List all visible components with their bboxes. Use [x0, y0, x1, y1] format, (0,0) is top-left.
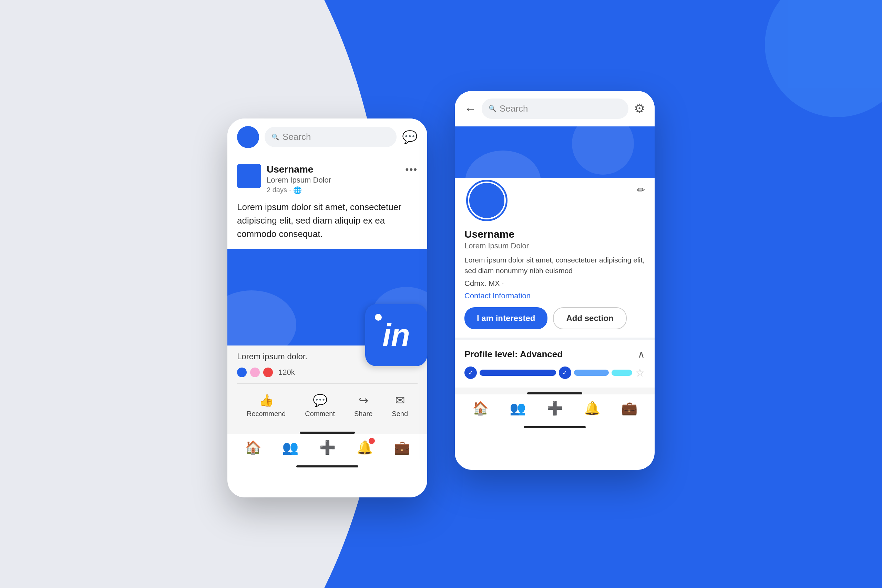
nav-jobs[interactable]: 💼: [394, 440, 410, 455]
notification-badge: [369, 438, 375, 444]
profile-search-bar[interactable]: 🔍 Search: [482, 99, 628, 119]
profile-nav-home[interactable]: 🏠: [472, 400, 489, 416]
profile-avatar-ring: [468, 182, 506, 219]
linkedin-logo: in: [365, 304, 427, 366]
phone-left: 🔍 Search 💬 Username Lorem Ipsum Dolor 2 …: [227, 118, 427, 497]
profile-home-icon: 🏠: [472, 400, 489, 416]
profile-nav-jobs[interactable]: 💼: [621, 400, 638, 416]
user-avatar[interactable]: [237, 126, 259, 148]
back-arrow-icon[interactable]: ←: [464, 102, 476, 116]
send-label: Send: [392, 410, 408, 418]
profile-search-icon: 🔍: [489, 105, 496, 112]
profile-level-title: Profile level: Advanced: [464, 349, 562, 360]
nav-add[interactable]: ➕: [320, 440, 336, 455]
post-text: Lorem ipsum dolor sit amet, consectetuer…: [237, 201, 418, 241]
profile-bio: Lorem ipsum dolor sit amet, consectetuer…: [464, 255, 645, 276]
reaction-count: 120k: [278, 368, 295, 377]
add-section-button[interactable]: Add section: [553, 307, 626, 329]
nav-network[interactable]: 👥: [282, 440, 298, 455]
profile-subtitle: Lorem Ipsum Dolor: [464, 242, 645, 250]
reaction-dot-red: [263, 368, 273, 377]
progress-check-2: ✓: [559, 366, 571, 379]
bottom-home-indicator: [296, 465, 358, 468]
search-icon: 🔍: [272, 133, 279, 141]
progress-bar: ✓ ✓ ☆: [464, 366, 645, 379]
interested-button[interactable]: I am interested: [464, 307, 548, 329]
profile-add-icon: ➕: [547, 400, 563, 416]
phone-right: ← 🔍 Search ⚙ ✏ Username Lorem Ipsum Dolo…: [455, 91, 655, 470]
settings-gear-icon[interactable]: ⚙: [634, 101, 645, 116]
feed-search-bar[interactable]: 🔍 Search: [265, 127, 396, 147]
bg-blob-top-right: [765, 0, 882, 117]
share-label: Share: [354, 410, 372, 418]
post-card: Username Lorem Ipsum Dolor 2 days · 🌐 ••…: [227, 156, 427, 249]
post-image-wrapper: in: [227, 249, 427, 345]
profile-level-header: Profile level: Advanced ∧: [464, 349, 645, 360]
post-avatar: [237, 164, 261, 188]
contact-info-link[interactable]: Contact Information: [464, 291, 645, 300]
progress-star-icon: ☆: [635, 366, 645, 379]
profile-nav-network[interactable]: 👥: [510, 400, 526, 416]
profile-avatar-wrapper: ✏: [464, 178, 645, 223]
action-buttons: 👍 Recommend 💬 Comment ↪ Share ✉ Send: [237, 391, 418, 421]
more-options-icon[interactable]: •••: [405, 164, 418, 175]
profile-nav-add[interactable]: ➕: [547, 400, 563, 416]
linkedin-in-text: in: [382, 320, 410, 351]
section-divider: [455, 338, 655, 340]
message-icon[interactable]: 💬: [402, 130, 418, 144]
feed-bottom-nav: 🏠 👥 ➕ 🔔 💼: [227, 434, 427, 459]
profile-jobs-icon: 💼: [621, 400, 638, 416]
feed-search-placeholder: Search: [282, 132, 311, 142]
profile-search-placeholder: Search: [500, 104, 528, 114]
reaction-dot-pink: [250, 368, 260, 377]
progress-check-1: ✓: [464, 366, 477, 379]
post-user-info: Username Lorem Ipsum Dolor 2 days · 🌐: [237, 164, 331, 194]
jobs-icon: 💼: [394, 440, 410, 455]
reaction-dot-blue: [237, 368, 247, 377]
profile-network-icon: 👥: [510, 400, 526, 416]
home-icon: 🏠: [245, 440, 261, 455]
profile-bottom-nav: 🏠 👥 ➕ 🔔 💼: [455, 394, 655, 419]
profile-nav-notifications[interactable]: 🔔: [584, 400, 600, 416]
profile-section: ✏ Username Lorem Ipsum Dolor Lorem ipsum…: [455, 178, 655, 338]
reactions-row: 120k: [237, 368, 418, 384]
post-time: 2 days · 🌐: [267, 186, 331, 194]
profile-notifications-icon: 🔔: [584, 400, 600, 416]
profile-username: Username: [464, 228, 645, 240]
progress-segment-cyan: [612, 370, 632, 376]
progress-segment-light: [574, 370, 609, 376]
image-blob-1: [227, 290, 296, 345]
comment-label: Comment: [305, 410, 335, 418]
cover-blob-2: [572, 126, 634, 175]
profile-top-bar: ← 🔍 Search ⚙: [455, 91, 655, 126]
progress-segment-dark: [480, 370, 556, 376]
linkedin-dot: [375, 314, 382, 321]
network-icon: 👥: [282, 440, 298, 455]
add-icon: ➕: [320, 440, 336, 455]
nav-home[interactable]: 🏠: [245, 440, 261, 455]
profile-location: Cdmx. MX ·: [464, 279, 645, 288]
post-user-details: Username Lorem Ipsum Dolor 2 days · 🌐: [267, 164, 331, 194]
comment-icon: 💬: [313, 393, 327, 407]
recommend-button[interactable]: 👍 Recommend: [247, 393, 286, 418]
edit-pencil-icon[interactable]: ✏: [637, 184, 645, 196]
profile-level-section: Profile level: Advanced ∧ ✓ ✓ ☆: [455, 340, 655, 387]
collapse-chevron-icon[interactable]: ∧: [638, 349, 645, 360]
feed-top-bar: 🔍 Search 💬: [227, 118, 427, 156]
recommend-icon: 👍: [259, 393, 273, 407]
main-container: 🔍 Search 💬 Username Lorem Ipsum Dolor 2 …: [227, 91, 655, 497]
comment-button[interactable]: 💬 Comment: [305, 393, 335, 418]
post-subtitle: Lorem Ipsum Dolor: [267, 176, 331, 184]
profile-avatar: [464, 178, 509, 223]
send-icon: ✉: [395, 393, 405, 407]
post-username: Username: [267, 164, 331, 175]
profile-bottom-home-indicator: [524, 426, 586, 428]
nav-notifications[interactable]: 🔔: [357, 440, 373, 455]
share-icon: ↪: [358, 393, 368, 407]
profile-action-buttons: I am interested Add section: [464, 307, 645, 329]
recommend-label: Recommend: [247, 410, 286, 418]
send-button[interactable]: ✉ Send: [392, 393, 408, 418]
post-header: Username Lorem Ipsum Dolor 2 days · 🌐 ••…: [237, 164, 418, 194]
share-button[interactable]: ↪ Share: [354, 393, 372, 418]
